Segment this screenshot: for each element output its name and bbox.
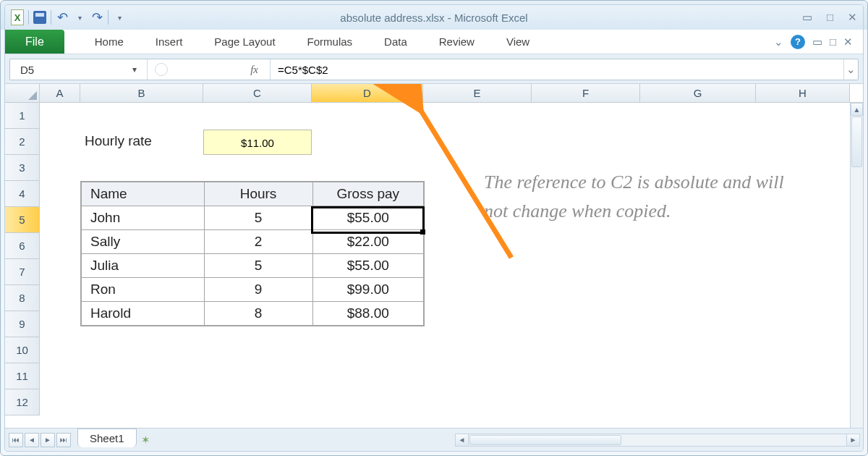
window-controls: ▭ □ ✕ [802, 11, 857, 24]
sheet-tab-bar: ⏮ ◄ ► ⏭ Sheet1 ✶ ◄ ► [5, 428, 863, 451]
col-header-h[interactable]: H [756, 84, 850, 102]
th-gross: Gross pay [312, 182, 424, 206]
sheet-canvas[interactable]: Hourly rate $11.00 Name Hours Gross pay … [40, 103, 850, 434]
name-box[interactable]: D5 ▾ [10, 59, 148, 80]
hscroll-thumb[interactable] [469, 435, 621, 445]
tab-data[interactable]: Data [368, 30, 423, 54]
formula-bar: D5 ▾ fx =C5*$C$2 ⌄ [9, 59, 859, 80]
table-row: Ron9$99.00 [81, 278, 424, 302]
doc-close-icon[interactable]: ✕ [843, 35, 853, 48]
th-name: Name [81, 182, 204, 206]
close-icon[interactable]: ✕ [848, 11, 857, 24]
scroll-right-icon[interactable]: ► [846, 434, 859, 446]
cell-name[interactable]: Ron [81, 278, 204, 302]
tab-page-layout[interactable]: Page Layout [198, 30, 291, 54]
sheet-tab[interactable]: Sheet1 [77, 428, 137, 447]
col-header-f[interactable]: F [532, 84, 640, 102]
last-sheet-icon[interactable]: ⏭ [56, 433, 71, 447]
cell-hours[interactable]: 5 [204, 206, 312, 230]
th-hours: Hours [204, 182, 312, 206]
cell-name[interactable]: Sally [81, 230, 204, 254]
col-header-c[interactable]: C [203, 84, 312, 102]
ribbon-tabs: File Home Insert Page Layout Formulas Da… [5, 30, 863, 54]
cell-gross[interactable]: $99.00 [312, 278, 424, 302]
row-header-10[interactable]: 10 [5, 337, 40, 363]
row-header-8[interactable]: 8 [5, 285, 40, 311]
cell-name[interactable]: Julia [81, 254, 204, 278]
help-icon[interactable]: ? [791, 35, 805, 49]
row-header-9[interactable]: 9 [5, 311, 40, 337]
quick-access-toolbar: ↶ ▾ ↷ ▾ [11, 10, 126, 25]
expand-formula-bar-icon[interactable]: ⌄ [843, 59, 858, 80]
formula-input[interactable]: =C5*$C$2 [271, 59, 843, 80]
horizontal-scrollbar[interactable]: ◄ ► [455, 434, 860, 447]
tab-view[interactable]: View [490, 30, 545, 54]
col-header-e[interactable]: E [423, 84, 532, 102]
column-headers: A B C D E F G H [5, 84, 863, 103]
cell-hours[interactable]: 8 [204, 302, 312, 326]
row-header-3[interactable]: 3 [5, 155, 40, 181]
window-frame: ↶ ▾ ↷ ▾ absolute address.xlsx - Microsof… [4, 4, 864, 452]
select-all-button[interactable] [5, 84, 40, 102]
prev-sheet-icon[interactable]: ◄ [25, 433, 39, 447]
tab-insert[interactable]: Insert [140, 30, 199, 54]
save-icon[interactable] [33, 11, 46, 24]
cell-name[interactable]: John [81, 206, 204, 230]
row-header-6[interactable]: 6 [5, 233, 40, 259]
row-header-4[interactable]: 4 [5, 181, 40, 207]
cell-gross[interactable]: $88.00 [312, 302, 424, 326]
col-header-b[interactable]: B [80, 84, 203, 102]
col-header-a[interactable]: A [40, 84, 80, 102]
first-sheet-icon[interactable]: ⏮ [9, 433, 23, 447]
formula-text: =C5*$C$2 [278, 64, 328, 76]
hourly-rate-cell[interactable]: $11.00 [203, 130, 312, 155]
next-sheet-icon[interactable]: ► [41, 433, 55, 447]
name-box-value: D5 [20, 64, 34, 76]
scroll-up-icon[interactable]: ▲ [851, 103, 863, 116]
maximize-icon[interactable]: □ [827, 11, 833, 24]
tab-home[interactable]: Home [79, 30, 140, 54]
col-header-g[interactable]: G [640, 84, 756, 102]
pay-table: Name Hours Gross pay John5$55.00Sally2$2… [80, 181, 425, 326]
fx-icon[interactable]: fx [250, 64, 258, 76]
name-box-dropdown-icon[interactable]: ▾ [132, 64, 137, 75]
file-tab[interactable]: File [5, 30, 64, 54]
cell-hours[interactable]: 9 [204, 278, 312, 302]
hourly-rate-label: Hourly rate [85, 133, 152, 149]
row-header-1[interactable]: 1 [5, 103, 40, 129]
row-header-7[interactable]: 7 [5, 259, 40, 285]
window-title: absolute address.xlsx - Microsoft Excel [5, 12, 863, 24]
doc-restore-icon[interactable]: □ [830, 35, 836, 48]
cell-gross[interactable]: $55.00 [312, 254, 424, 278]
doc-minimize-icon[interactable]: ▭ [812, 35, 822, 48]
cell-hours[interactable]: 2 [204, 230, 312, 254]
cell-hours[interactable]: 5 [204, 254, 312, 278]
table-row: Harold8$88.00 [81, 302, 424, 326]
active-cell[interactable] [311, 206, 425, 234]
row-header-5[interactable]: 5 [5, 207, 40, 233]
undo-dropdown-icon[interactable]: ▾ [73, 11, 86, 24]
cancel-formula-icon[interactable] [155, 63, 168, 76]
tab-formulas[interactable]: Formulas [292, 30, 369, 54]
redo-icon[interactable]: ↷ [90, 11, 103, 24]
row-header-2[interactable]: 2 [5, 129, 40, 155]
vscroll-thumb[interactable] [851, 117, 862, 167]
vertical-scrollbar[interactable]: ▲ [850, 103, 863, 434]
minimize-icon[interactable]: ▭ [802, 11, 812, 24]
scroll-left-icon[interactable]: ◄ [456, 434, 469, 446]
row-header-11[interactable]: 11 [5, 363, 40, 389]
qat-dropdown-icon[interactable]: ▾ [113, 11, 126, 24]
hourly-rate-value: $11.00 [241, 137, 274, 149]
excel-icon [11, 11, 24, 24]
tab-review[interactable]: Review [423, 30, 490, 54]
undo-icon[interactable]: ↶ [56, 11, 69, 24]
table-row: Julia5$55.00 [81, 254, 424, 278]
fx-button-area: fx [148, 59, 271, 80]
spreadsheet-grid: A B C D E F G H 123456789101112 Hourly r… [5, 84, 863, 434]
annotation-text: The reference to C2 is absolute and will… [484, 168, 795, 227]
cell-name[interactable]: Harold [81, 302, 204, 326]
ribbon-min-icon[interactable]: ⌄ [774, 35, 783, 48]
new-sheet-icon[interactable]: ✶ [141, 434, 150, 447]
row-header-12[interactable]: 12 [5, 389, 40, 415]
col-header-d[interactable]: D [312, 84, 423, 102]
